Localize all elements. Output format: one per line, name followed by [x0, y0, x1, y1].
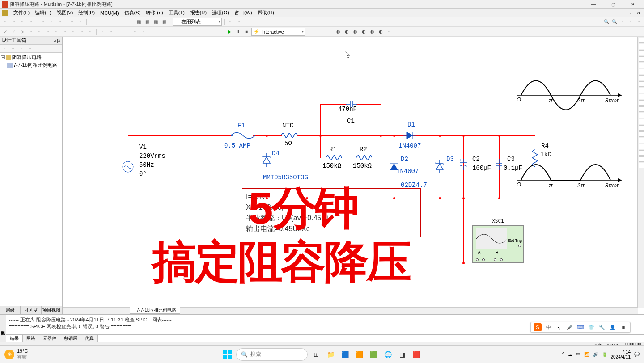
ime-menu-icon[interactable]: ≡: [619, 323, 627, 331]
menu-simulate[interactable]: 仿真(S): [122, 9, 144, 16]
grid2-icon[interactable]: ▦: [144, 18, 151, 25]
ime-mode[interactable]: 中: [544, 323, 552, 331]
inst5-icon[interactable]: ◐: [369, 28, 376, 35]
inst6-icon[interactable]: ◐: [377, 28, 384, 35]
d3-label[interactable]: D3: [446, 156, 454, 163]
tree-root[interactable]: 阻容降压电路: [12, 54, 42, 61]
zoom-fit-icon[interactable]: ▫: [619, 18, 626, 25]
c1-label[interactable]: C1: [347, 118, 355, 125]
stop-button[interactable]: ■: [243, 28, 250, 35]
mdi-minimize[interactable]: —: [619, 10, 626, 16]
undo-icon[interactable]: ▫: [68, 18, 76, 25]
comp-source-icon[interactable]: ⟋: [2, 28, 9, 35]
zoom-in-icon[interactable]: 🔍: [603, 18, 610, 25]
ss-tab-components[interactable]: 元器件: [39, 335, 60, 342]
document-tab[interactable]: ▫ 7-7-1b同相比例电路: [130, 307, 180, 314]
comp-net-icon[interactable]: ▫: [140, 28, 147, 35]
inst-funcgen-icon[interactable]: [639, 44, 644, 49]
ntc-label[interactable]: NTC: [282, 122, 293, 129]
formula-annotation[interactable]: I=U/R Xc=1/(2πfc) 半波整流：Uo(av)=0.45Ui 输出电…: [242, 188, 421, 237]
fullscreen-icon[interactable]: ▫: [635, 18, 642, 25]
inst2-icon[interactable]: ◐: [343, 28, 350, 35]
d1-label[interactable]: D1: [407, 121, 415, 128]
paste-icon[interactable]: ▫: [56, 18, 64, 25]
inst-iv-icon[interactable]: [639, 100, 644, 106]
grid4-icon[interactable]: ▦: [161, 18, 168, 25]
comp-ind-icon[interactable]: ▫: [78, 28, 85, 35]
grid-icon[interactable]: ▦: [135, 18, 142, 25]
print-icon[interactable]: ▫: [27, 18, 34, 25]
v1-label[interactable]: V1: [139, 144, 147, 151]
comp-diode-icon[interactable]: ▷: [19, 28, 26, 35]
comp-rf-icon[interactable]: ▫: [99, 28, 106, 35]
ss-tab-sim[interactable]: 仿真: [81, 335, 98, 342]
explorer-icon[interactable]: 📁: [325, 349, 336, 360]
tray-wifi-icon[interactable]: 📶: [584, 352, 589, 357]
menu-reports[interactable]: 报告(R): [187, 9, 209, 16]
design-tree[interactable]: − 阻容降压电路 7-7-1b同相比例电路: [0, 53, 62, 306]
f1-label[interactable]: F1: [237, 122, 245, 129]
grid3-icon[interactable]: ▦: [152, 18, 159, 25]
app-icon-1[interactable]: 🟦: [339, 349, 351, 360]
taskbar-clock[interactable]: 7:14 2024/4/11: [611, 350, 631, 359]
comp-basic-icon[interactable]: ⟋: [10, 28, 17, 35]
ss-tab-copper[interactable]: 敷铜层: [60, 335, 81, 342]
inst-tksc-icon[interactable]: [639, 144, 644, 149]
inst-multimeter-icon[interactable]: [639, 38, 644, 43]
inst-scope-icon[interactable]: [639, 56, 644, 62]
ss-tab-results[interactable]: 结果: [6, 335, 23, 342]
copy-icon[interactable]: ▫: [48, 18, 55, 25]
c2-label[interactable]: C2: [472, 156, 480, 163]
c3-label[interactable]: C3: [507, 156, 515, 163]
inst-agmm-icon[interactable]: [639, 131, 644, 137]
inst-net-icon[interactable]: [639, 119, 644, 124]
r2-label[interactable]: R2: [360, 146, 367, 153]
inst-logicconv-icon[interactable]: [639, 94, 644, 99]
side-tab-project[interactable]: 项目视图: [42, 306, 62, 314]
d2-label[interactable]: D2: [401, 156, 408, 163]
task-view-icon[interactable]: ⊞: [310, 349, 322, 360]
inst-word-icon[interactable]: [639, 81, 644, 87]
ime-logo-icon[interactable]: S: [534, 323, 542, 331]
comp-analog-icon[interactable]: ▫: [36, 28, 43, 35]
mode-combo[interactable]: ⚡Interactive: [251, 28, 305, 36]
comp-power-icon[interactable]: ▫: [87, 28, 94, 35]
comp-bus-icon[interactable]: ▫: [131, 28, 139, 35]
inst-logic-icon[interactable]: [639, 88, 644, 93]
inst-freq-icon[interactable]: [639, 75, 644, 80]
probe2-icon[interactable]: ▫: [235, 18, 242, 25]
probe-icon[interactable]: ▫: [227, 18, 234, 25]
ime-user-icon[interactable]: 👤: [609, 323, 617, 331]
tree-new-icon[interactable]: ▫: [1, 45, 8, 52]
mdi-restore[interactable]: ▫: [627, 10, 634, 16]
ime-toolbox-icon[interactable]: 🔧: [598, 323, 606, 331]
inst3-icon[interactable]: ◐: [352, 28, 359, 35]
app-icon-2[interactable]: 🟧: [353, 349, 365, 360]
inst-labview-icon[interactable]: [639, 150, 644, 156]
menu-window[interactable]: 窗口(W): [232, 9, 255, 16]
tray-onedrive-icon[interactable]: ☁: [568, 352, 572, 357]
inst-elvis-icon[interactable]: [639, 156, 644, 162]
cut-icon[interactable]: ▫: [39, 18, 47, 25]
tray-expand-icon[interactable]: ^: [562, 352, 564, 357]
side-tab-visibility[interactable]: 可见度: [21, 306, 41, 314]
app-icon-4[interactable]: 🟥: [411, 349, 422, 360]
schematic-canvas[interactable]: V1 220Vrms 50Hz 0° F1 0.5_AMP NTC 5Ω: [63, 37, 638, 308]
menu-edit[interactable]: 编辑(E): [32, 9, 54, 16]
comp-em-icon[interactable]: ▫: [107, 28, 114, 35]
tree-save-icon[interactable]: ▫: [18, 45, 25, 52]
inst7-icon[interactable]: ▫: [386, 28, 393, 35]
side-tab-hierarchy[interactable]: 层级: [0, 306, 21, 314]
start-button[interactable]: [222, 349, 233, 360]
menu-file[interactable]: 文件(F): [11, 9, 32, 16]
menu-options[interactable]: 选项(O): [209, 9, 232, 16]
place-text-icon[interactable]: T: [119, 28, 127, 35]
new-icon[interactable]: ▫: [2, 18, 9, 25]
app-icon-3[interactable]: 🟩: [368, 349, 379, 360]
redo-icon[interactable]: ▫: [77, 18, 84, 25]
run-button[interactable]: ▶: [226, 28, 233, 35]
tray-ime-icon[interactable]: 中: [576, 351, 580, 358]
comp-ttl-icon[interactable]: ▫: [44, 28, 51, 35]
comp-misc-icon[interactable]: ▫: [61, 28, 68, 35]
zoom-out-icon[interactable]: 🔍: [611, 18, 618, 25]
